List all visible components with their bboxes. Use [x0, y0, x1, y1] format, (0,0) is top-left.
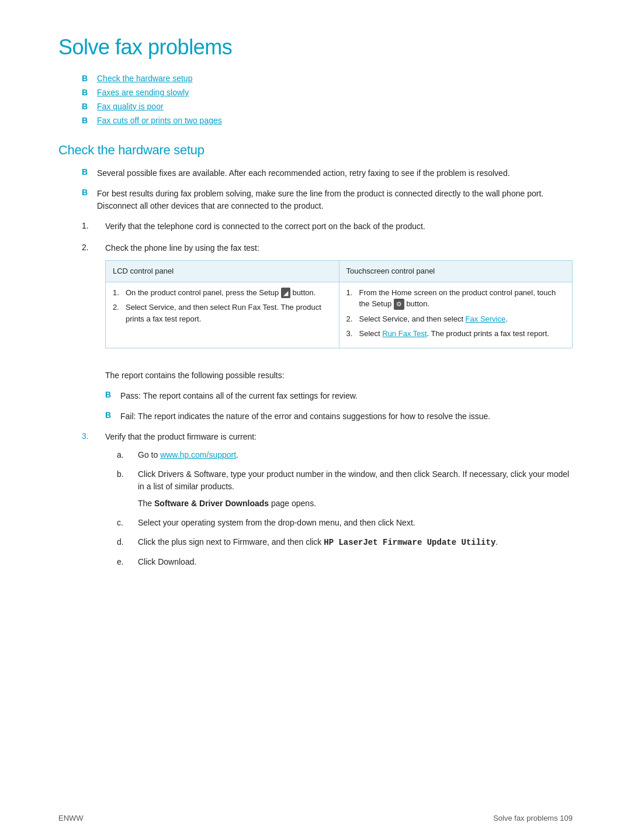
toc-item-cuts: B Fax cuts off or prints on two pages	[82, 116, 573, 125]
lcd-step-2: 2. Select Service, and then select Run F…	[113, 302, 332, 324]
hp-support-link[interactable]: www.hp.com/support	[160, 450, 236, 459]
lcd-step-1-text: On the product control panel, press the …	[126, 287, 316, 299]
touch-step-3-num: 3.	[346, 328, 359, 340]
footer-left: ENWW	[58, 814, 84, 822]
sub-step-d: d. Click the plus sign next to Firmware,…	[117, 536, 573, 549]
lcd-step-1: 1. On the product control panel, press t…	[113, 287, 332, 299]
step-1: 1. Verify that the telephone cord is con…	[82, 220, 573, 233]
step-3: 3. Verify that the product firmware is c…	[82, 431, 573, 575]
touch-step-3-text: Select Run Fax Test. The product prints …	[359, 328, 549, 340]
touch-step-1-text: From the Home screen on the product cont…	[359, 287, 566, 310]
toc-item-hardware: B Check the hardware setup	[82, 74, 573, 83]
table-lcd-cell: 1. On the product control panel, press t…	[106, 282, 339, 348]
report-section: The report contains the following possib…	[105, 369, 573, 423]
sub-label-a: a.	[117, 449, 138, 461]
sub-text-e: Click Download.	[138, 556, 573, 568]
software-note: The Software & Driver Downloads page ope…	[138, 497, 573, 510]
step-3-content: Verify that the product firmware is curr…	[105, 431, 573, 575]
toc-link-sending[interactable]: Faxes are sending slowly	[97, 88, 189, 97]
lcd-step-1-num: 1.	[113, 287, 126, 299]
lcd-step-2-text: Select Service, and then select Run Fax …	[126, 302, 332, 324]
page-footer: ENWW Solve fax problems 109	[58, 814, 573, 822]
sub-step-e: e. Click Download.	[117, 556, 573, 568]
section1-title: Check the hardware setup	[58, 143, 573, 158]
sub-steps-list: a. Go to www.hp.com/support. b. Click Dr…	[117, 449, 573, 568]
toc-link-cuts[interactable]: Fax cuts off or prints on two pages	[97, 116, 222, 125]
sub-step-a: a. Go to www.hp.com/support.	[117, 449, 573, 461]
step-2-num: 2.	[82, 242, 105, 252]
lcd-steps-list: 1. On the product control panel, press t…	[113, 287, 332, 325]
sub-step-b: b. Click Drivers & Software, type your p…	[117, 468, 573, 510]
numbered-steps: 1. Verify that the telephone cord is con…	[82, 220, 573, 360]
touch-steps-list: 1. From the Home screen on the product c…	[346, 287, 566, 340]
sub-label-e: e.	[117, 556, 138, 568]
sub-label-c: c.	[117, 517, 138, 529]
section1-bullets: B Several possible fixes are available. …	[82, 167, 573, 212]
bullet-b-1: B	[82, 167, 90, 177]
sub-label-b: b.	[117, 468, 138, 481]
report-pass-text: Pass: The report contains all of the cur…	[120, 390, 573, 402]
bullet-icon-1: B	[82, 74, 90, 83]
table-header-touch: Touchscreen control panel	[339, 261, 573, 282]
touch-step-1: 1. From the Home screen on the product c…	[346, 287, 566, 310]
page-container: Solve fax problems B Check the hardware …	[0, 0, 631, 631]
report-fail-text: Fail: The report indicates the nature of…	[120, 410, 573, 423]
toc-item-quality: B Fax quality is poor	[82, 102, 573, 111]
numbered-steps-2: 3. Verify that the product firmware is c…	[82, 431, 573, 575]
sub-step-c: c. Select your operating system from the…	[117, 517, 573, 529]
step-3-num: 3.	[82, 431, 105, 441]
step-2-text: Check the phone line by using the fax te…	[105, 243, 259, 253]
bullet-item-2: B For best results during fax problem so…	[82, 188, 573, 212]
sub-text-a: Go to www.hp.com/support.	[138, 449, 573, 461]
table-header-lcd: LCD control panel	[106, 261, 339, 282]
bullet-b-2: B	[82, 188, 90, 197]
toc-link-hardware[interactable]: Check the hardware setup	[97, 74, 192, 83]
step-2: 2. Check the phone line by using the fax…	[82, 242, 573, 360]
report-bullet-b-pass: B	[105, 390, 113, 399]
report-intro-text: The report contains the following possib…	[105, 369, 573, 382]
sub-text-d: Click the plus sign next to Firmware, an…	[138, 536, 573, 549]
bullet-icon-2: B	[82, 88, 90, 97]
step-3-text: Verify that the product firmware is curr…	[105, 432, 256, 441]
step-2-content: Check the phone line by using the fax te…	[105, 242, 573, 360]
page-title: Solve fax problems	[58, 35, 573, 60]
bullet-text-1: Several possible fixes are available. Af…	[97, 167, 573, 179]
touch-step-3: 3. Select Run Fax Test. The product prin…	[346, 328, 566, 340]
toc-item-sending: B Faxes are sending slowly	[82, 88, 573, 97]
footer-right: Solve fax problems 109	[493, 814, 573, 822]
touch-step-2-text: Select Service, and then select Fax Serv…	[359, 313, 508, 325]
step-1-num: 1.	[82, 220, 105, 230]
report-bullet-b-fail: B	[105, 410, 113, 420]
touch-step-1-num: 1.	[346, 287, 359, 310]
toc-link-quality[interactable]: Fax quality is poor	[97, 102, 164, 111]
table-touch-cell: 1. From the Home screen on the product c…	[339, 282, 573, 348]
bullet-item-1: B Several possible fixes are available. …	[82, 167, 573, 179]
touch-step-2: 2. Select Service, and then select Fax S…	[346, 313, 566, 325]
lcd-step-2-num: 2.	[113, 302, 126, 324]
report-bullet-pass: B Pass: The report contains all of the c…	[105, 390, 573, 402]
touch-step-2-num: 2.	[346, 313, 359, 325]
sub-label-d: d.	[117, 536, 138, 548]
toc-list: B Check the hardware setup B Faxes are s…	[82, 74, 573, 125]
bullet-icon-4: B	[82, 116, 90, 125]
bullet-text-2: For best results during fax problem solv…	[97, 188, 573, 212]
fax-control-table: LCD control panel Touchscreen control pa…	[105, 260, 573, 348]
step-1-text: Verify that the telephone cord is connec…	[105, 220, 573, 233]
report-bullet-fail: B Fail: The report indicates the nature …	[105, 410, 573, 423]
sub-text-c: Select your operating system from the dr…	[138, 517, 573, 529]
sub-text-b: Click Drivers & Software, type your prod…	[138, 468, 573, 510]
bullet-icon-3: B	[82, 102, 90, 111]
